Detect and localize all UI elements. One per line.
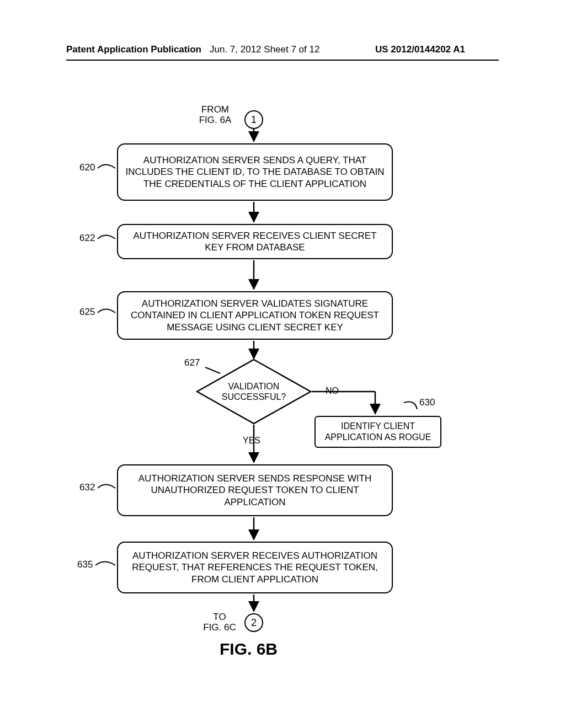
from-label: FROM FIG. 6A <box>193 105 237 125</box>
connector-1-text: 1 <box>251 114 257 126</box>
edge-no: NO <box>326 386 339 396</box>
step-620: AUTHORIZATION SERVER SENDS A QUERY, THAT… <box>117 143 393 201</box>
ref-632-hook-icon <box>98 483 116 493</box>
edge-yes: YES <box>243 436 260 446</box>
step-632-text: AUTHORIZATION SERVER SENDS RESPONSE WITH… <box>125 473 385 508</box>
ref-632: 632 <box>79 482 116 493</box>
step-625: AUTHORIZATION SERVER VALIDATES SIGNATURE… <box>117 291 393 340</box>
connector-2-text: 2 <box>251 617 257 629</box>
header-mid: Jun. 7, 2012 Sheet 7 of 12 <box>210 44 319 55</box>
step-630-text: IDENTIFY CLIENT APPLICATION AS ROGUE <box>322 421 434 443</box>
step-632: AUTHORIZATION SERVER SENDS RESPONSE WITH… <box>117 464 393 516</box>
step-625-text: AUTHORIZATION SERVER VALIDATES SIGNATURE… <box>125 298 385 333</box>
ref-620: 620 <box>79 162 116 173</box>
ref-622-text: 622 <box>79 233 95 243</box>
ref-622: 622 <box>79 233 116 244</box>
ref-625-text: 625 <box>79 307 95 317</box>
header-rule <box>66 60 499 61</box>
connector-1: 1 <box>244 110 263 129</box>
decision-627: VALIDATION SUCCESSFUL? <box>196 358 312 425</box>
ref-630-text: 630 <box>419 397 435 408</box>
ref-625-hook-icon <box>98 308 116 318</box>
step-635: AUTHORIZATION SERVER RECEIVES AUTHORIZAT… <box>117 542 393 593</box>
ref-622-hook-icon <box>98 234 116 244</box>
to-label: TO FIG. 6C <box>203 612 236 633</box>
ref-635-hook-icon <box>95 560 116 570</box>
ref-625: 625 <box>79 307 116 318</box>
connector-2: 2 <box>244 613 263 632</box>
ref-627-text: 627 <box>184 357 200 368</box>
step-622: AUTHORIZATION SERVER RECEIVES CLIENT SEC… <box>117 224 393 259</box>
decision-627-text: VALIDATION SUCCESSFUL? <box>209 381 299 402</box>
figure-title: FIG. 6B <box>220 640 278 659</box>
step-622-text: AUTHORIZATION SERVER RECEIVES CLIENT SEC… <box>125 230 385 254</box>
ref-635-text: 635 <box>77 559 93 570</box>
header-left: Patent Application Publication <box>66 44 201 55</box>
header-right: US 2012/0144202 A1 <box>375 44 465 55</box>
ref-620-hook-icon <box>98 163 116 173</box>
step-635-text: AUTHORIZATION SERVER RECEIVES AUTHORIZAT… <box>125 550 385 585</box>
ref-630: 630 <box>419 397 435 408</box>
step-630: IDENTIFY CLIENT APPLICATION AS ROGUE <box>315 416 441 448</box>
flowchart: FROM FIG. 6A 1 AUTHORIZATION SERVER SEND… <box>66 105 499 689</box>
ref-620-text: 620 <box>79 162 95 173</box>
ref-632-text: 632 <box>79 482 95 493</box>
ref-627: 627 <box>184 357 200 368</box>
step-620-text: AUTHORIZATION SERVER SENDS A QUERY, THAT… <box>125 154 385 190</box>
ref-635: 635 <box>77 559 116 570</box>
